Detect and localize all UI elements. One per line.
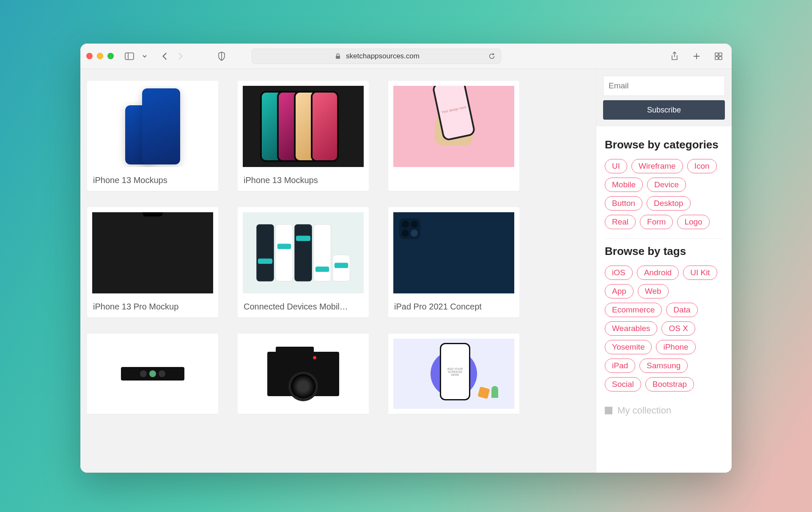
category-chip[interactable]: Desktop (647, 196, 691, 211)
minimize-window-button[interactable] (97, 53, 103, 59)
tags-list: iOS Android UI Kit App Web Ecommerce Dat… (605, 266, 723, 401)
tag-chip[interactable]: Wearables (605, 321, 657, 336)
card-title: iPhone 13 Mockups (238, 172, 369, 187)
category-chip[interactable]: UI (605, 159, 627, 173)
my-collection-label: My collection (617, 405, 671, 416)
card-thumbnail: ADD YOUR SCREENS HERE (388, 334, 519, 414)
resource-card[interactable] (238, 334, 369, 414)
page-content: iPhone 13 Mockups iPhone 13 Mockups Your… (80, 69, 732, 473)
reload-icon[interactable] (487, 52, 497, 61)
card-thumbnail (87, 81, 218, 172)
svg-rect-6 (715, 53, 718, 56)
browser-window: sketchappsources.com (80, 44, 732, 473)
address-bar[interactable]: sketchappsources.com (252, 49, 501, 64)
category-chip[interactable]: Form (640, 215, 673, 229)
tab-overview-button[interactable] (711, 49, 726, 63)
card-title: iPhone 13 Mockups (87, 172, 218, 187)
tag-chip[interactable]: Android (637, 266, 679, 280)
tag-chip[interactable]: iOS (605, 266, 633, 280)
svg-rect-3 (336, 56, 340, 59)
card-title: iPhone 13 Pro Mockup (87, 298, 218, 313)
card-title: Connected Devices Mobil… (238, 298, 369, 313)
card-thumbnail (87, 334, 218, 414)
svg-rect-7 (719, 53, 722, 56)
back-button[interactable] (158, 49, 172, 63)
categories-list: UI Wireframe Icon Mobile Device Button D… (605, 159, 723, 239)
tag-chip[interactable]: Data (666, 303, 697, 317)
resource-grid: iPhone 13 Mockups iPhone 13 Mockups Your… (87, 81, 591, 414)
resource-card[interactable]: iPhone 13 Mockups (238, 81, 369, 191)
resource-card[interactable]: iPhone 13 Mockups (87, 81, 218, 191)
category-chip[interactable]: Button (605, 196, 642, 211)
subscribe-box: Subscribe (596, 69, 732, 126)
my-collection-row[interactable]: My collection (605, 405, 723, 416)
card-thumbnail (238, 81, 369, 172)
svg-rect-8 (715, 57, 718, 60)
collection-icon (605, 407, 612, 414)
tag-chip[interactable]: iPhone (656, 340, 695, 354)
resource-card[interactable]: Your design here (388, 81, 519, 191)
maximize-window-button[interactable] (107, 53, 114, 59)
category-chip[interactable]: Logo (677, 215, 709, 229)
lock-icon (333, 52, 343, 61)
resource-card[interactable]: iPad Pro 2021 Concept (388, 207, 519, 318)
card-thumbnail (87, 207, 218, 298)
sidebar-icon (125, 52, 134, 61)
url-text: sketchappsources.com (346, 52, 420, 60)
placeholder-text: ADD YOUR SCREENS HERE (441, 344, 469, 399)
chevron-left-icon (160, 52, 170, 61)
plus-icon (692, 52, 701, 61)
subscribe-button[interactable]: Subscribe (603, 100, 725, 120)
share-button[interactable] (667, 49, 682, 63)
category-chip[interactable]: Device (647, 178, 686, 192)
sidebar-toggle-button[interactable] (122, 49, 137, 63)
placeholder-text: Your design here (433, 81, 474, 140)
tag-chip[interactable]: Yosemite (605, 340, 652, 354)
category-chip[interactable]: Icon (687, 159, 717, 173)
main-area: iPhone 13 Mockups iPhone 13 Mockups Your… (80, 69, 596, 473)
browser-toolbar: sketchappsources.com (80, 44, 732, 69)
tag-chip[interactable]: App (605, 284, 634, 298)
chevron-right-icon (176, 52, 185, 61)
tag-chip[interactable]: OS X (661, 321, 695, 336)
category-chip[interactable]: Wireframe (631, 159, 683, 173)
categories-heading: Browse by categories (605, 138, 723, 151)
sidebar: Subscribe Browse by categories UI Wirefr… (596, 69, 732, 473)
svg-rect-9 (719, 57, 722, 60)
tag-chip[interactable]: Samsung (639, 359, 688, 373)
shield-icon (217, 52, 226, 61)
category-chip[interactable]: Mobile (605, 178, 643, 192)
resource-card[interactable]: Connected Devices Mobil… (238, 207, 369, 318)
resource-card[interactable] (87, 334, 218, 414)
card-title: iPad Pro 2021 Concept (388, 298, 519, 313)
resource-card[interactable]: ADD YOUR SCREENS HERE (388, 334, 519, 414)
card-thumbnail: Your design here (388, 81, 519, 172)
privacy-report-button[interactable] (214, 49, 229, 63)
card-title (388, 172, 519, 182)
card-thumbnail (388, 207, 519, 298)
tag-chip[interactable]: Web (638, 284, 669, 298)
tag-chip[interactable]: Social (605, 377, 641, 392)
tag-chip[interactable]: Bootstrap (645, 377, 694, 392)
tag-chip[interactable]: iPad (605, 359, 635, 373)
card-thumbnail (238, 334, 369, 414)
share-icon (670, 52, 679, 61)
card-thumbnail (238, 207, 369, 298)
traffic-lights (86, 53, 114, 59)
chevron-down-icon (140, 52, 149, 61)
tag-chip[interactable]: UI Kit (683, 266, 717, 280)
new-tab-button[interactable] (689, 49, 704, 63)
resource-card[interactable]: iPhone 13 Pro Mockup (87, 207, 218, 318)
category-chip[interactable]: Real (605, 215, 636, 229)
email-field[interactable] (603, 76, 725, 96)
close-window-button[interactable] (86, 53, 93, 59)
forward-button[interactable] (173, 49, 187, 63)
tag-chip[interactable]: Ecommerce (605, 303, 662, 317)
tags-heading: Browse by tags (605, 245, 723, 258)
sidebar-dropdown-button[interactable] (137, 49, 152, 63)
svg-rect-0 (125, 53, 134, 60)
grid-icon (714, 52, 723, 61)
